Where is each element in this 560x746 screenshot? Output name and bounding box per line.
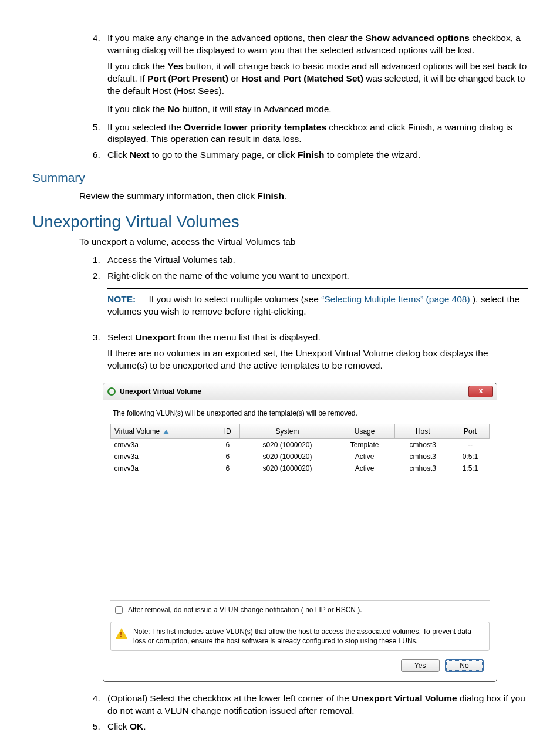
vlun-table: Virtual Volume ID System Usage Host Port… [110,424,490,600]
close-button[interactable]: x [468,386,493,397]
note-label: NOTE: [107,294,136,304]
table-row[interactable]: cmvv3a6s020 (1000020)Activecmhost30:5:1 [111,451,490,463]
no-notification-checkbox[interactable] [115,606,123,614]
note-block: NOTE: If you wish to select multiple vol… [107,288,528,323]
warning-text: Note: This list includes active VLUN(s) … [133,627,484,646]
warning-row: Note: This list includes active VLUN(s) … [110,622,490,651]
step4-p2: If you click the Yes button, it will cha… [107,60,528,97]
unexport-intro: To unexport a volume, access the Virtual… [79,236,528,248]
no-notification-label: After removal, do not issue a VLUN chang… [128,605,362,615]
yes-button[interactable]: Yes [401,659,440,672]
no-button[interactable]: No [445,659,484,672]
col-port[interactable]: Port [451,424,489,438]
unexport-heading: Unexporting Virtual Volumes [32,211,528,233]
unexport-step-2: Right-click on the name of the volume yo… [103,270,528,323]
table-row[interactable]: cmvv3a6s020 (1000020)Templatecmhost3-- [111,439,490,451]
step-5: If you selected the Override lower prior… [103,121,528,146]
notification-checkbox-row: After removal, do not issue a VLUN chang… [110,600,490,619]
unexport-step-5: Click OK. [103,721,528,733]
dialog-titlebar[interactable]: Unexport Virtual Volume x [103,383,497,400]
summary-text: Review the summary information, then cli… [79,190,528,202]
step-4: If you make any change in the advanced o… [103,32,528,116]
unexport-step-1: Access the Virtual Volumes tab. [103,254,528,266]
unexport-steps-cont: (Optional) Select the checkbox at the lo… [79,693,528,733]
col-virtual-volume[interactable]: Virtual Volume [111,424,215,438]
unexport-steps: Access the Virtual Volumes tab. Right-cl… [79,254,528,372]
sort-asc-icon [163,430,169,434]
unexport-step-4: (Optional) Select the checkbox at the lo… [103,693,528,717]
dialog-message: The following VLUN(s) will be unexported… [113,409,490,418]
dialog-title: Unexport Virtual Volume [120,387,468,396]
unexport-step-3: Select Unexport from the menu list that … [103,332,528,372]
unexport-dialog: Unexport Virtual Volume x The following … [103,383,497,683]
warning-icon [116,628,127,639]
step-6: Click Next to go to the Summary page, or… [103,149,528,161]
vlun-tbody: cmvv3a6s020 (1000020)Templatecmhost3-- c… [111,439,490,600]
step4-p1: If you make any change in the advanced o… [107,33,521,55]
unexport-step-3-p2: If there are no volumes in an exported s… [107,347,528,372]
table-row[interactable]: cmvv3a6s020 (1000020)Activecmhost31:5:1 [111,463,490,474]
col-system[interactable]: System [240,424,335,438]
col-id[interactable]: ID [215,424,240,438]
app-icon [107,387,116,396]
col-usage[interactable]: Usage [335,424,394,438]
step4-p3: If you click the No button, it will stay… [107,103,528,116]
summary-heading: Summary [32,170,528,186]
col-host[interactable]: Host [394,424,451,438]
steps-list-a: If you make any change in the advanced o… [79,32,528,161]
note-link[interactable]: “Selecting Multiple Items” (page 408) [321,294,470,304]
